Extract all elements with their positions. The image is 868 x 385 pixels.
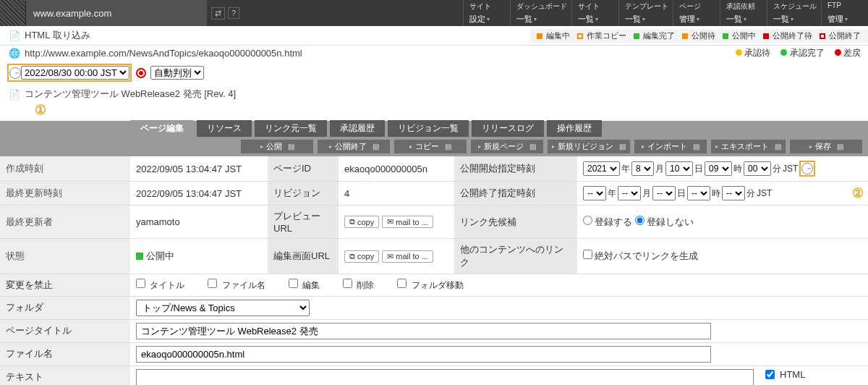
label-pageid: ページID (268, 156, 339, 182)
tab-6[interactable]: 操作履歴 (547, 120, 602, 137)
text-textarea[interactable] (136, 369, 754, 385)
tab-1[interactable]: リソース (197, 120, 252, 137)
value-state: 公開中 (130, 239, 268, 274)
page-icon: 📄 (9, 89, 20, 100)
label-revision: リビジョン (268, 182, 339, 206)
prohibit-3[interactable]: 削除 (343, 279, 374, 292)
encoding-select[interactable]: 自動判別 (150, 66, 204, 80)
pubend-year[interactable]: -- (583, 186, 606, 200)
tab-2[interactable]: リンク元一覧 (255, 120, 327, 137)
status-item: 作業コピー (577, 30, 626, 41)
mail-icon: ✉ (387, 252, 393, 261)
value-linkcand: 登録する 登録しない (577, 206, 868, 239)
label-otherlink: 他のコンテンツへのリンク (454, 239, 577, 274)
clock-icon[interactable] (9, 67, 21, 79)
approval-legend: 承認待 承認完了 差戻 (728, 46, 868, 61)
tab-3[interactable]: 承認履歴 (330, 120, 385, 137)
label-file-name: ファイル名 (0, 343, 130, 365)
file-name-input[interactable] (136, 346, 711, 363)
info-grid: 作成時刻 2022/09/05 13:04:47 JST ページID ekaoq… (0, 156, 868, 274)
pubstart-month[interactable]: 8 (631, 161, 654, 176)
page-title-input[interactable] (136, 323, 711, 339)
pubstart-min[interactable]: 00 (744, 161, 771, 176)
action-7[interactable]: ▸保存▤ (790, 140, 862, 153)
topnav-6[interactable]: スケジュール一覧▾ (767, 0, 821, 26)
url-tools: ⇄ ? (207, 0, 244, 26)
topnav-7[interactable]: FTP管理▾ (821, 0, 868, 26)
register-yes[interactable]: 登録する (583, 216, 632, 229)
topnav-3[interactable]: テンプレート一覧▾ (618, 0, 673, 26)
text-side-options: HTML ⬆アップロード 改行 (760, 366, 868, 385)
folder-select[interactable]: トップ/News & Topics (136, 300, 310, 316)
chevron-down-icon: ▾ (791, 16, 793, 22)
chevron-right-icon: ▸ (409, 143, 412, 150)
status-item: 編集中 (537, 30, 570, 41)
preview-date-row: 2022/08/30 00:00 JST 自動判別 (0, 61, 868, 85)
register-no[interactable]: 登録しない (635, 216, 694, 229)
help-icon[interactable]: ? (228, 7, 239, 19)
topnav-5[interactable]: 承認依頼一覧▾ (720, 0, 767, 26)
value-updated: 2022/09/05 13:04:47 JST (130, 182, 268, 206)
change-prohibit-row: 変更を禁止 タイトル ファイル名 編集 削除 フォルダ移動 (0, 274, 868, 297)
copy-button[interactable]: ⧉copy (344, 250, 379, 263)
label-state: 状態 (0, 239, 130, 274)
doc-icon: ▤ (619, 143, 626, 151)
prohibit-1[interactable]: ファイル名 (208, 279, 265, 292)
topnav-2[interactable]: サイト一覧▾ (571, 0, 618, 26)
action-3[interactable]: ▸新規ページ▤ (471, 140, 543, 153)
chevron-down-icon: ▾ (744, 16, 746, 22)
copy-button[interactable]: ⧉copy (344, 216, 379, 228)
value-previewurl: ⧉copy ✉mail to ... (339, 206, 454, 239)
record-icon[interactable] (136, 68, 146, 78)
html-checkbox[interactable]: HTML (765, 369, 862, 380)
pubend-month[interactable]: -- (618, 186, 641, 200)
pubstart-clock-button[interactable] (799, 161, 815, 177)
status-item: 編集完了 (634, 30, 675, 41)
html-import-label[interactable]: 📄 HTML 取り込み (0, 26, 99, 45)
doc-icon: ▤ (837, 143, 843, 151)
preview-date-select[interactable]: 2022/08/30 00:00 JST (21, 66, 129, 80)
pubend-hour[interactable]: -- (687, 186, 710, 200)
topnav-4[interactable]: ページ管理▾ (673, 0, 720, 26)
mailto-button[interactable]: ✉mail to ... (382, 216, 433, 228)
abspath-checkbox[interactable]: 絶対パスでリンクを生成 (583, 250, 698, 263)
topnav-1[interactable]: ダッシュボード一覧▾ (510, 0, 571, 26)
action-6[interactable]: ▸エキスポート▤ (711, 140, 786, 153)
topnav-0[interactable]: サイト設定▾ (463, 0, 510, 26)
prohibit-0[interactable]: タイトル (136, 279, 184, 292)
sync-icon[interactable]: ⇄ (211, 7, 225, 20)
action-2[interactable]: ▸コピー▤ (394, 140, 467, 153)
copy-icon: ⧉ (349, 217, 355, 227)
chevron-down-icon: ▾ (487, 16, 490, 22)
tab-4[interactable]: リビジョン一覧 (388, 120, 469, 137)
doc-icon: ▤ (373, 143, 379, 151)
annotation-2: ② (852, 185, 864, 201)
label-pubend: 公開終了指定時刻 (454, 182, 577, 206)
pubstart-year[interactable]: 2021 (583, 161, 620, 176)
top-nav: サイト設定▾ダッシュボード一覧▾サイト一覧▾テンプレート一覧▾ページ管理▾承認依… (463, 0, 868, 26)
label-previewurl: プレビューURL (268, 206, 339, 239)
doc-icon: ▤ (529, 143, 536, 151)
prohibit-4[interactable]: フォルダ移動 (397, 279, 463, 292)
tab-5[interactable]: リリースログ (472, 120, 544, 137)
pubend-day[interactable]: -- (652, 186, 676, 200)
mailto-button[interactable]: ✉mail to ... (382, 250, 433, 263)
pubend-min[interactable]: -- (722, 186, 745, 200)
chevron-down-icon: ▾ (642, 16, 645, 22)
pubstart-hour[interactable]: 09 (705, 161, 732, 176)
label-pubstart: 公開開始指定時刻 (454, 156, 577, 182)
globe-icon: 🌐 (9, 48, 20, 59)
status-item: 公開終了待 (763, 30, 812, 41)
action-0[interactable]: ▸公開▤ (241, 140, 313, 153)
action-1[interactable]: ▸公開終了▤ (318, 140, 390, 153)
prohibit-2[interactable]: 編集 (289, 279, 320, 292)
copy-icon: ⧉ (349, 252, 355, 261)
value-otherlink: 絶対パスでリンクを生成 (577, 239, 868, 274)
value-editurl: ⧉copy ✉mail to ... (339, 239, 454, 274)
pubstart-day[interactable]: 10 (665, 161, 693, 176)
value-pubstart: 2021年 8月 10日 09時 00分 JST (577, 156, 868, 182)
action-4[interactable]: ▸新規リビジョン▤ (548, 140, 630, 153)
tab-0[interactable]: ページ編集 (130, 120, 194, 137)
action-5[interactable]: ▸インポート▤ (634, 140, 707, 153)
value-pageid: ekaoqo000000005n (339, 156, 454, 182)
